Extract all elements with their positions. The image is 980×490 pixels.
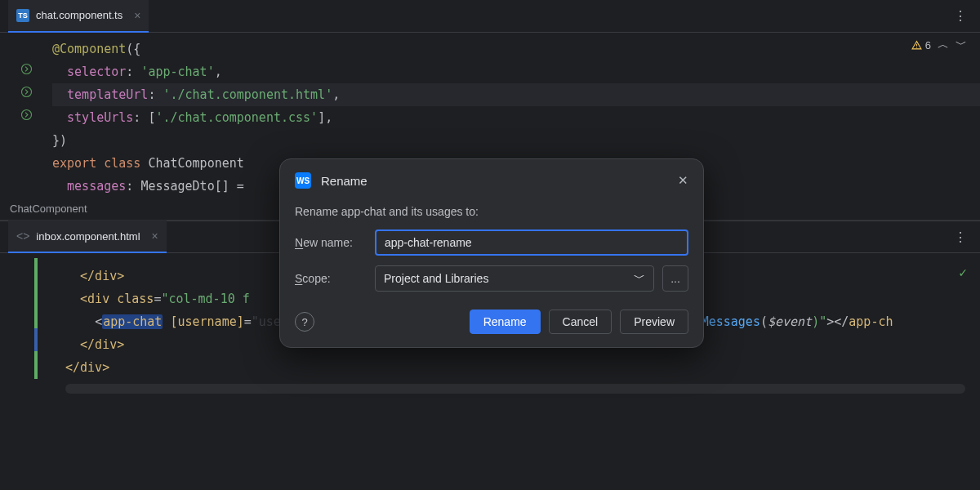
help-button[interactable]: ? xyxy=(295,312,314,332)
html-file-icon: <> xyxy=(16,229,29,243)
tab-inbox-component-html[interactable]: <> inbox.component.html × xyxy=(8,220,167,253)
preview-button[interactable]: Preview xyxy=(620,310,688,334)
scope-more-button[interactable]: ... xyxy=(662,265,688,292)
new-name-label: New name: xyxy=(295,236,367,249)
top-tab-bar: TS chat.component.ts × ⋮ xyxy=(0,0,980,33)
close-icon[interactable]: ✕ xyxy=(678,173,688,188)
related-file-icon[interactable] xyxy=(20,108,34,122)
horizontal-scrollbar[interactable] xyxy=(65,384,965,394)
new-name-input[interactable] xyxy=(375,229,688,256)
cancel-button[interactable]: Cancel xyxy=(549,310,612,334)
editor-gutter xyxy=(0,33,46,198)
svg-point-2 xyxy=(21,64,31,74)
tab-filename: chat.component.ts xyxy=(36,9,122,21)
breadcrumb-item[interactable]: ChatComponent xyxy=(10,203,87,215)
dialog-instruction: Rename app-chat and its usages to: xyxy=(295,205,688,218)
chevron-down-icon: ﹀ xyxy=(634,271,645,286)
close-icon[interactable]: × xyxy=(134,9,140,22)
webstorm-icon: WS xyxy=(295,172,311,189)
modification-marker xyxy=(34,258,38,389)
svg-point-3 xyxy=(21,87,31,96)
tab-options-icon[interactable]: ⋮ xyxy=(954,229,967,245)
dialog-title: Rename xyxy=(321,174,678,188)
related-file-icon[interactable] xyxy=(20,85,34,100)
related-file-icon[interactable] xyxy=(20,62,34,77)
rename-button[interactable]: Rename xyxy=(470,310,541,334)
typescript-file-icon: TS xyxy=(16,9,29,22)
checkmark-icon[interactable]: ✓ xyxy=(959,261,967,284)
tab-chat-component-ts[interactable]: TS chat.component.ts × xyxy=(8,0,149,33)
scope-value: Project and Libraries xyxy=(384,272,488,285)
scope-label: Scope: xyxy=(295,272,367,285)
tab-options-icon[interactable]: ⋮ xyxy=(954,8,967,24)
scope-select[interactable]: Project and Libraries ﹀ xyxy=(375,265,654,292)
close-icon[interactable]: × xyxy=(152,229,158,243)
rename-dialog: WS Rename ✕ Rename app-chat and its usag… xyxy=(279,158,704,348)
tab-filename: inbox.component.html xyxy=(36,230,140,243)
svg-point-4 xyxy=(21,109,31,119)
